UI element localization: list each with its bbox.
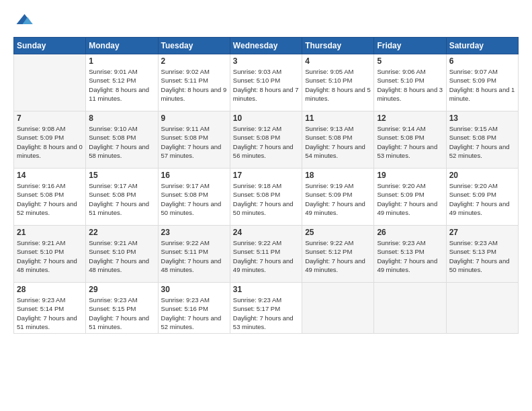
calendar-cell: 3Sunrise: 9:03 AMSunset: 5:10 PMDaylight…	[230, 54, 302, 111]
day-info: Sunrise: 9:19 AMSunset: 5:09 PMDaylight:…	[305, 181, 371, 217]
calendar-cell: 31Sunrise: 9:23 AMSunset: 5:17 PMDayligh…	[230, 283, 302, 334]
calendar-cell: 25Sunrise: 9:22 AMSunset: 5:12 PMDayligh…	[302, 226, 374, 283]
calendar-cell: 11Sunrise: 9:13 AMSunset: 5:08 PMDayligh…	[302, 111, 374, 169]
day-info: Sunrise: 9:03 AMSunset: 5:10 PMDaylight:…	[233, 67, 299, 103]
day-number: 5	[377, 56, 443, 66]
calendar-cell: 21Sunrise: 9:21 AMSunset: 5:10 PMDayligh…	[14, 226, 86, 283]
calendar-cell: 14Sunrise: 9:16 AMSunset: 5:08 PMDayligh…	[14, 169, 86, 226]
calendar-cell: 26Sunrise: 9:23 AMSunset: 5:13 PMDayligh…	[374, 226, 446, 283]
weekday-header: Saturday	[446, 38, 518, 54]
day-info: Sunrise: 9:23 AMSunset: 5:15 PMDaylight:…	[89, 295, 154, 331]
day-number: 24	[233, 228, 299, 237]
calendar-cell: 8Sunrise: 9:10 AMSunset: 5:08 PMDaylight…	[86, 111, 158, 169]
calendar-cell	[374, 283, 446, 334]
calendar-cell: 13Sunrise: 9:15 AMSunset: 5:08 PMDayligh…	[446, 111, 518, 169]
day-number: 7	[17, 113, 83, 123]
day-number: 26	[377, 228, 443, 237]
day-info: Sunrise: 9:20 AMSunset: 5:09 PMDaylight:…	[449, 181, 515, 217]
day-info: Sunrise: 9:08 AMSunset: 5:09 PMDaylight:…	[17, 124, 83, 160]
day-info: Sunrise: 9:07 AMSunset: 5:09 PMDaylight:…	[449, 67, 515, 103]
calendar-cell: 1Sunrise: 9:01 AMSunset: 5:12 PMDaylight…	[86, 54, 158, 111]
calendar-cell: 19Sunrise: 9:20 AMSunset: 5:09 PMDayligh…	[374, 169, 446, 226]
calendar-cell: 24Sunrise: 9:22 AMSunset: 5:11 PMDayligh…	[230, 226, 302, 283]
calendar-cell: 7Sunrise: 9:08 AMSunset: 5:09 PMDaylight…	[14, 111, 86, 169]
calendar-cell: 2Sunrise: 9:02 AMSunset: 5:11 PMDaylight…	[158, 54, 230, 111]
day-number: 8	[89, 113, 154, 123]
day-info: Sunrise: 9:22 AMSunset: 5:11 PMDaylight:…	[161, 238, 227, 274]
calendar-cell: 23Sunrise: 9:22 AMSunset: 5:11 PMDayligh…	[158, 226, 230, 283]
day-number: 9	[161, 113, 227, 123]
day-info: Sunrise: 9:11 AMSunset: 5:08 PMDaylight:…	[161, 124, 227, 160]
weekday-header: Wednesday	[230, 38, 302, 54]
day-number: 22	[89, 228, 154, 237]
day-number: 20	[449, 171, 515, 180]
page: SundayMondayTuesdayWednesdayThursdayFrid…	[0, 0, 532, 411]
calendar-cell: 30Sunrise: 9:23 AMSunset: 5:16 PMDayligh…	[158, 283, 230, 334]
calendar-cell: 20Sunrise: 9:20 AMSunset: 5:09 PMDayligh…	[446, 169, 518, 226]
calendar-cell: 6Sunrise: 9:07 AMSunset: 5:09 PMDaylight…	[446, 54, 518, 111]
day-number: 4	[305, 56, 371, 66]
day-number: 6	[449, 56, 515, 66]
day-number: 29	[89, 285, 154, 294]
day-number: 3	[233, 56, 299, 66]
day-number: 16	[161, 171, 227, 180]
calendar-cell: 22Sunrise: 9:21 AMSunset: 5:10 PMDayligh…	[86, 226, 158, 283]
weekday-header: Thursday	[302, 38, 374, 54]
logo-icon	[13, 10, 34, 30]
weekday-header: Friday	[374, 38, 446, 54]
day-info: Sunrise: 9:23 AMSunset: 5:14 PMDaylight:…	[17, 295, 83, 331]
day-info: Sunrise: 9:23 AMSunset: 5:17 PMDaylight:…	[233, 295, 299, 331]
day-info: Sunrise: 9:06 AMSunset: 5:10 PMDaylight:…	[377, 67, 443, 103]
day-info: Sunrise: 9:20 AMSunset: 5:09 PMDaylight:…	[377, 181, 443, 217]
day-info: Sunrise: 9:16 AMSunset: 5:08 PMDaylight:…	[17, 181, 83, 217]
day-number: 30	[161, 285, 227, 294]
calendar-cell: 17Sunrise: 9:18 AMSunset: 5:08 PMDayligh…	[230, 169, 302, 226]
day-info: Sunrise: 9:12 AMSunset: 5:08 PMDaylight:…	[233, 124, 299, 160]
day-number: 25	[305, 228, 371, 237]
day-number: 28	[17, 285, 83, 294]
day-number: 18	[305, 171, 371, 180]
calendar-week-row: 7Sunrise: 9:08 AMSunset: 5:09 PMDaylight…	[14, 111, 519, 169]
day-number: 12	[377, 113, 443, 123]
day-number: 15	[89, 171, 154, 180]
calendar-cell: 5Sunrise: 9:06 AMSunset: 5:10 PMDaylight…	[374, 54, 446, 111]
day-info: Sunrise: 9:23 AMSunset: 5:13 PMDaylight:…	[449, 238, 515, 274]
day-info: Sunrise: 9:10 AMSunset: 5:08 PMDaylight:…	[89, 124, 154, 160]
calendar-cell: 12Sunrise: 9:14 AMSunset: 5:08 PMDayligh…	[374, 111, 446, 169]
header	[13, 10, 519, 30]
calendar-cell: 15Sunrise: 9:17 AMSunset: 5:08 PMDayligh…	[86, 169, 158, 226]
day-info: Sunrise: 9:23 AMSunset: 5:16 PMDaylight:…	[161, 295, 227, 331]
day-info: Sunrise: 9:23 AMSunset: 5:13 PMDaylight:…	[377, 238, 443, 274]
day-number: 1	[89, 56, 154, 66]
day-number: 2	[161, 56, 227, 66]
day-number: 13	[449, 113, 515, 123]
day-number: 19	[377, 171, 443, 180]
calendar-cell	[14, 54, 86, 111]
calendar-week-row: 14Sunrise: 9:16 AMSunset: 5:08 PMDayligh…	[14, 169, 519, 226]
calendar-cell: 16Sunrise: 9:17 AMSunset: 5:08 PMDayligh…	[158, 169, 230, 226]
day-number: 27	[449, 228, 515, 237]
day-info: Sunrise: 9:22 AMSunset: 5:11 PMDaylight:…	[233, 238, 299, 274]
day-info: Sunrise: 9:02 AMSunset: 5:11 PMDaylight:…	[161, 67, 227, 103]
calendar-cell: 9Sunrise: 9:11 AMSunset: 5:08 PMDaylight…	[158, 111, 230, 169]
day-number: 31	[233, 285, 299, 294]
day-info: Sunrise: 9:13 AMSunset: 5:08 PMDaylight:…	[305, 124, 371, 160]
weekday-header-row: SundayMondayTuesdayWednesdayThursdayFrid…	[14, 38, 519, 54]
weekday-header: Sunday	[14, 38, 86, 54]
day-info: Sunrise: 9:14 AMSunset: 5:08 PMDaylight:…	[377, 124, 443, 160]
day-number: 11	[305, 113, 371, 123]
calendar-cell: 29Sunrise: 9:23 AMSunset: 5:15 PMDayligh…	[86, 283, 158, 334]
calendar-cell: 27Sunrise: 9:23 AMSunset: 5:13 PMDayligh…	[446, 226, 518, 283]
calendar-cell: 28Sunrise: 9:23 AMSunset: 5:14 PMDayligh…	[14, 283, 86, 334]
weekday-header: Tuesday	[158, 38, 230, 54]
day-info: Sunrise: 9:22 AMSunset: 5:12 PMDaylight:…	[305, 238, 371, 274]
day-number: 21	[17, 228, 83, 237]
day-number: 14	[17, 171, 83, 180]
day-info: Sunrise: 9:15 AMSunset: 5:08 PMDaylight:…	[449, 124, 515, 160]
day-info: Sunrise: 9:18 AMSunset: 5:08 PMDaylight:…	[233, 181, 299, 217]
calendar-cell: 18Sunrise: 9:19 AMSunset: 5:09 PMDayligh…	[302, 169, 374, 226]
day-info: Sunrise: 9:05 AMSunset: 5:10 PMDaylight:…	[305, 67, 371, 103]
calendar: SundayMondayTuesdayWednesdayThursdayFrid…	[13, 37, 519, 334]
calendar-cell	[302, 283, 374, 334]
calendar-cell: 10Sunrise: 9:12 AMSunset: 5:08 PMDayligh…	[230, 111, 302, 169]
